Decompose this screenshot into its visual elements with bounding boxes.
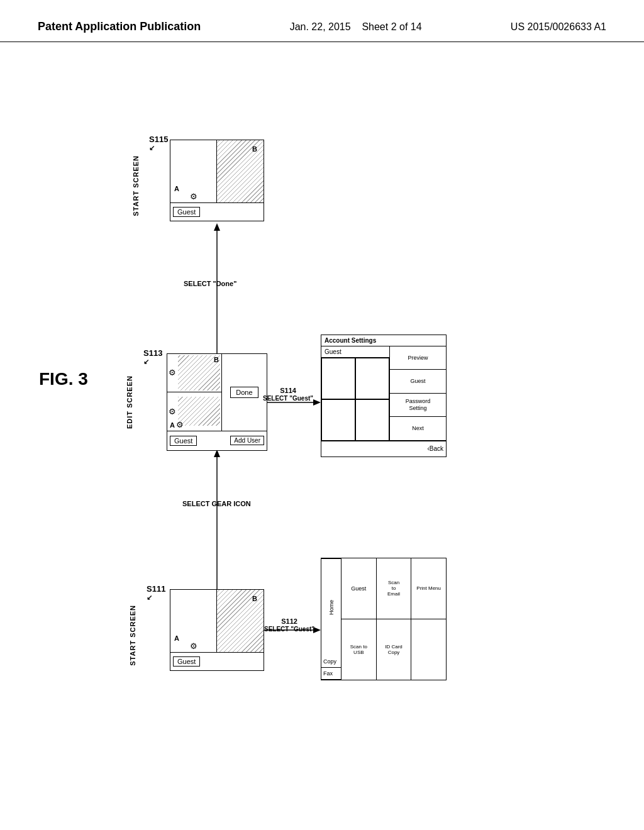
gear-icon-edit-a: ⚙ [169,407,176,416]
acct-grid-4 [355,399,389,441]
svg-marker-3 [313,399,321,406]
screen-title-s111: START SCREEN [129,605,136,666]
svg-marker-5 [214,223,220,231]
acct-grid-2 [355,358,389,399]
header-publication-title: Patent Application Publication [38,19,201,35]
guest-label-s111: Guest [173,656,200,667]
guest-menu-copy: Copy [321,656,341,668]
scan-to-cell: Scan toUSB [341,619,377,680]
label-a-s111: A [174,634,179,642]
acct-grid-1 [321,358,355,399]
screen-s113: ⚙ B ⚙ A ⚙ Done Guest [167,353,267,451]
guest-label-s115: Guest [173,207,200,217]
scan-email-cell: ScantoEmail [377,558,412,619]
preview-btn[interactable]: Preview [390,346,446,370]
label-a-edit: A [170,421,175,429]
screen-title-s113: EDIT SCREEN [126,375,133,429]
next-btn[interactable]: Next [390,417,446,441]
guest-label-edit: Guest [170,436,197,446]
guest-btn-acct[interactable]: Guest [390,370,446,394]
acct-settings-title: Account Settings [321,335,446,346]
header-date-sheet: Jan. 22, 2015 Sheet 2 of 14 [290,19,422,35]
print-menu-cell: Print Menu [411,558,446,619]
guest-label-menu: Guest [341,558,377,619]
action-select-guest-s114: S114 SELECT "Guest" [263,387,313,402]
action-select-gear: SELECT GEAR ICON [182,500,251,507]
gear-icon-s115: ⚙ [190,192,197,201]
header-patent-number: US 2015/0026633 A1 [511,19,606,35]
password-setting-btn[interactable]: PasswordSetting [390,394,446,418]
add-user-button[interactable]: Add User [230,436,264,445]
step-label-s113: S113 ↙ [143,348,162,366]
guest-menu-home: Home [321,558,341,656]
acct-grid-3 [321,399,355,441]
step-label-s111: S111 ↙ [147,584,165,602]
done-button-edit[interactable]: Done [230,387,258,398]
gear-icon-edit-b: ⚙ [169,368,176,377]
guest-menu-fax: Fax [321,668,341,680]
screen-s111: A ⚙ B Guest [170,589,264,671]
screen-s114: Account Settings Guest Preview Guest Pas… [321,335,447,457]
label-b-s115: B [252,145,257,153]
screen-s112: Home Copy Fax Guest ScantoEmail Print Me… [321,558,447,680]
action-select-guest-s112: S112 SELECT "Guest" [264,617,314,633]
figure-label: FIG. 3 [39,369,88,389]
step-label-s115: S115 ↙ [149,135,168,152]
screen-s115: A ⚙ B Guest [170,140,264,221]
acct-guest-label: Guest [321,346,389,358]
label-b-s111: B [252,595,257,602]
gear-icon-edit-a2: ⚙ [176,421,184,429]
label-a-s115: A [174,185,179,192]
id-card-copy-cell: ID CardCopy [377,619,412,680]
action-select-done: SELECT "Done" [184,280,236,287]
screen-title-s115: START SCREEN [132,155,140,216]
gear-icon-s111: ⚙ [190,642,197,650]
main-content: FIG. 3 S111 ↙ START SCREEN A ⚙ [0,42,644,809]
empty-cell-1 [411,619,446,680]
back-button[interactable]: ‹ Back [427,445,443,452]
label-b-edit: B [214,356,219,363]
page-header: Patent Application Publication Jan. 22, … [0,0,644,42]
